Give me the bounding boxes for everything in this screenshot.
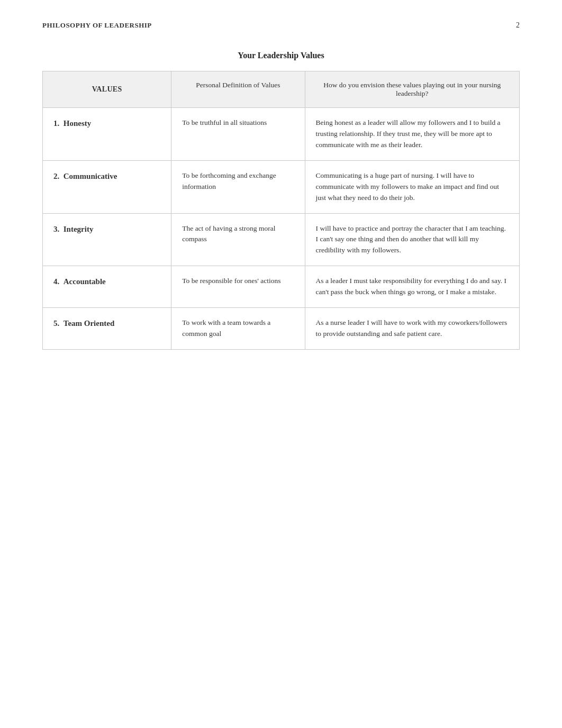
value-name: Honesty (64, 119, 92, 128)
vision-cell-3: I will have to practice and portray the … (305, 213, 519, 266)
value-cell-3: 3. Integrity (43, 213, 171, 266)
definition-cell-3: The act of having a strong moral compass (171, 213, 305, 266)
page-header: PHILOSOPHY OF LEADERSHIP 2 (42, 21, 520, 30)
value-cell-5: 5. Team Oriented (43, 308, 171, 350)
table-row: 1. HonestyTo be truthful in all situatio… (43, 108, 520, 161)
vision-cell-5: As a nurse leader I will have to work wi… (305, 308, 519, 350)
vision-cell-4: As a leader I must take responsibility f… (305, 266, 519, 308)
vision-cell-2: Communicating is a huge part of nursing.… (305, 160, 519, 213)
page-number: 2 (516, 21, 520, 30)
table-row: 5. Team OrientedTo work with a team towa… (43, 308, 520, 350)
section-heading: Your Leadership Values (42, 51, 520, 60)
value-name: Team Oriented (64, 319, 115, 327)
col-header-vision: How do you envision these values playing… (305, 71, 519, 108)
definition-cell-5: To work with a team towards a common goa… (171, 308, 305, 350)
value-name: Communicative (64, 172, 117, 180)
value-cell-2: 2. Communicative (43, 160, 171, 213)
value-cell-4: 4. Accountable (43, 266, 171, 308)
table-row: 2. CommunicativeTo be forthcoming and ex… (43, 160, 520, 213)
definition-cell-2: To be forthcoming and exchange informati… (171, 160, 305, 213)
vision-cell-1: Being honest as a leader will allow my f… (305, 108, 519, 161)
value-cell-1: 1. Honesty (43, 108, 171, 161)
table-row: 3. IntegrityThe act of having a strong m… (43, 213, 520, 266)
value-name: Accountable (64, 277, 106, 286)
value-number: 4. (53, 277, 59, 286)
value-number: 1. (53, 119, 59, 128)
table-header-row: VALUES Personal Definition of Values How… (43, 71, 520, 108)
table-row: 4. AccountableTo be responsible for ones… (43, 266, 520, 308)
document-title: PHILOSOPHY OF LEADERSHIP (42, 21, 152, 30)
value-name: Integrity (64, 225, 94, 233)
definition-cell-4: To be responsible for ones' actions (171, 266, 305, 308)
value-number: 2. (53, 172, 59, 180)
col-header-values: VALUES (43, 71, 171, 108)
value-number: 3. (53, 225, 59, 233)
value-number: 5. (53, 319, 59, 327)
definition-cell-1: To be truthful in all situations (171, 108, 305, 161)
values-table: VALUES Personal Definition of Values How… (42, 71, 520, 350)
col-header-definition: Personal Definition of Values (171, 71, 305, 108)
